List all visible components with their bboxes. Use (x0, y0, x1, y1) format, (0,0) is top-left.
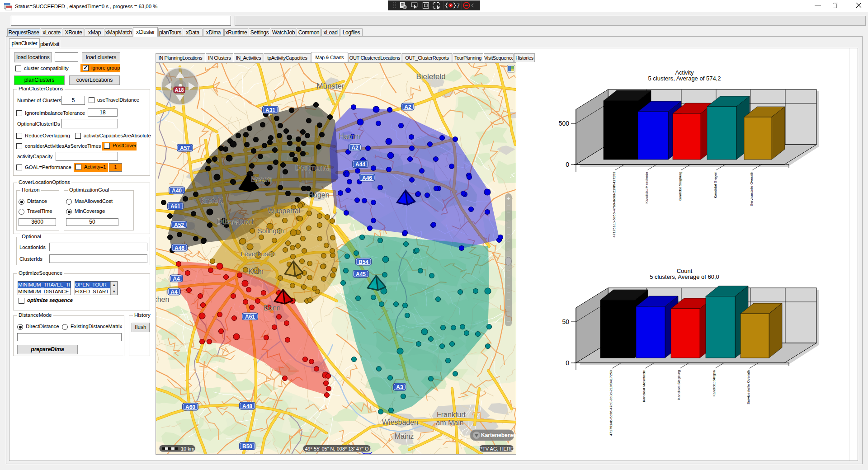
svg-text:5 clusters, Average of 60,0: 5 clusters, Average of 60,0 (650, 273, 719, 280)
svg-text:7: 7 (457, 3, 460, 9)
svg-text:Frankfurt: Frankfurt (437, 411, 466, 418)
svg-text:Wiesbaden: Wiesbaden (382, 418, 418, 426)
svg-text:10 km: 10 km (181, 446, 194, 451)
svg-text:Servicestelle Overath: Servicestelle Overath (750, 172, 754, 206)
svg-text:+: + (506, 195, 510, 202)
svg-text:A18: A18 (175, 87, 184, 93)
svg-text:A4: A4 (170, 289, 178, 295)
svg-text:Kandidat Siegburg: Kandidat Siegburg (678, 172, 682, 202)
svg-text:A31: A31 (265, 107, 275, 113)
svg-text:A46: A46 (175, 245, 184, 251)
svg-text:Düsseldorf: Düsseldorf (217, 217, 254, 226)
svg-text:chen: chen (156, 296, 169, 303)
svg-text:Kartenebenen: Kartenebenen (481, 432, 516, 438)
svg-text:50: 50 (562, 318, 569, 325)
svg-text:Mainz: Mainz (395, 432, 414, 440)
svg-text:−: − (506, 317, 510, 325)
svg-text:A2: A2 (351, 145, 359, 151)
svg-text:Essen: Essen (250, 175, 272, 183)
svg-text:A4: A4 (173, 276, 180, 282)
svg-text:A45: A45 (356, 271, 366, 277)
svg-text:Wuppertal: Wuppertal (268, 207, 301, 215)
svg-text:Kandidat Siegburg: Kandidat Siegburg (677, 370, 681, 400)
svg-text:Bonn: Bonn (264, 304, 280, 312)
svg-text:0: 0 (566, 359, 569, 367)
svg-text:A60: A60 (185, 404, 195, 410)
svg-text:Kandidat Siegen: Kandidat Siegen (712, 370, 716, 397)
svg-text:A52: A52 (174, 222, 184, 228)
svg-text:B54: B54 (359, 259, 368, 265)
svg-text:A44: A44 (355, 161, 365, 168)
svg-text:Hagen: Hagen (308, 191, 329, 199)
svg-text:5 clusters, Average of 574,2: 5 clusters, Average of 574,2 (648, 75, 721, 82)
svg-text:Münster: Münster (316, 82, 344, 90)
svg-text:A61: A61 (170, 203, 180, 210)
svg-text:PTV AG, HERE: PTV AG, HERE (479, 446, 514, 451)
svg-text:Kandidat Siegen: Kandidat Siegen (713, 172, 717, 198)
svg-text:A3: A3 (396, 384, 403, 390)
svg-text:Köln: Köln (248, 267, 264, 276)
svg-text:A2: A2 (404, 104, 411, 110)
svg-text:Servicestelle Overath: Servicestelle Overath (746, 370, 750, 404)
svg-text:B50: B50 (242, 443, 252, 450)
svg-text:471751ab-5c56-47b9-8c0d-219f94: 471751ab-5c56-47b9-8c0d-219f9417253 (612, 171, 616, 237)
svg-text:Hamm: Hamm (339, 132, 360, 140)
svg-text:49° 55′ 05″ N, 008° 13′ 47″ O: 49° 55′ 05″ N, 008° 13′ 47″ O (305, 446, 369, 451)
svg-text:0: 0 (566, 161, 569, 168)
svg-text:A57: A57 (180, 145, 190, 151)
svg-text:A61: A61 (245, 314, 255, 320)
svg-text:Solingen: Solingen (258, 227, 284, 235)
svg-text:500: 500 (559, 120, 570, 127)
svg-text:A40: A40 (172, 188, 182, 194)
svg-text:Kandidat Meschede: Kandidat Meschede (642, 370, 646, 402)
svg-text:am Main: am Main (436, 419, 463, 427)
svg-text:Bielefeld: Bielefeld (416, 72, 445, 81)
svg-text:Kandidat Meschede: Kandidat Meschede (645, 171, 649, 203)
svg-text:Krefeld: Krefeld (201, 197, 224, 205)
svg-text:Leverkusen: Leverkusen (241, 250, 276, 258)
svg-text:A48: A48 (242, 403, 252, 409)
svg-text:Dortmund: Dortmund (295, 164, 329, 172)
svg-text:A46: A46 (362, 175, 372, 181)
svg-text:471751ab-5c56-47b9-8c0d-219f94: 471751ab-5c56-47b9-8c0d-219f9417253 (609, 370, 613, 436)
